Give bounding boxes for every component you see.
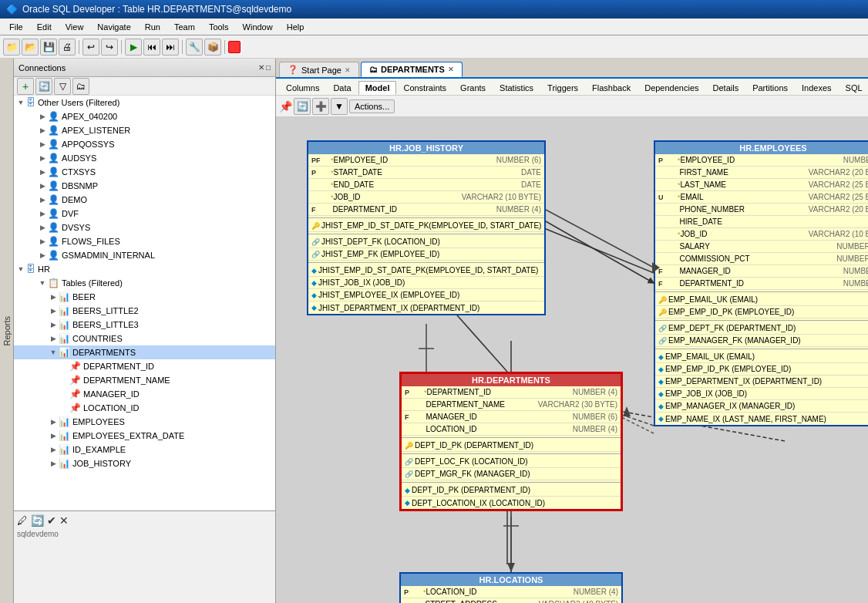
tree-item-hr[interactable]: ▼ 🗄 HR <box>14 262 275 276</box>
toolbar-open-btn[interactable]: 📂 <box>22 39 39 56</box>
tree-item-countries[interactable]: ▶ 📊 COUNTRIES <box>14 332 275 345</box>
er-col-name: EMP_DEPARTMENT_IX (DEPARTMENT_ID) <box>665 377 868 386</box>
er-col-type: NUMBER (6) <box>843 267 868 275</box>
sidebar-refresh-btn[interactable]: 🔄 <box>35 78 52 95</box>
toolbar-stop-btn[interactable] <box>228 41 241 53</box>
tab-start-page[interactable]: ❓ Start Page ✕ <box>279 62 359 77</box>
tree-label: CTXSYS <box>62 167 96 177</box>
menu-team[interactable]: Team <box>168 21 201 33</box>
menu-file[interactable]: File <box>3 21 29 33</box>
tree-item-manager-id[interactable]: 📌 MANAGER_ID <box>14 387 275 401</box>
bottom-add-btn[interactable]: 🖊 <box>17 514 28 527</box>
tab-departments-close[interactable]: ✕ <box>448 66 454 73</box>
tree-item-tables-filtered[interactable]: ▼ 📋 Tables (Filtered) <box>14 276 275 290</box>
tree-item-departments[interactable]: ▼ 📊 DEPARTMENTS <box>14 345 275 359</box>
sub-tab-model[interactable]: Model <box>358 81 397 95</box>
er-sep2 <box>402 453 621 454</box>
tree-label: Tables (Filtered) <box>62 278 123 288</box>
tree-item-id-example[interactable]: ▶ 📊 ID_EXAMPLE <box>14 443 275 456</box>
menu-edit[interactable]: Edit <box>31 21 58 33</box>
tree-item-employees[interactable]: ▶ 📊 EMPLOYEES <box>14 415 275 429</box>
er-table-locations[interactable]: HR.LOCATIONS P * LOCATION_ID NUMBER (4) … <box>399 572 623 603</box>
tree-item-dvsys[interactable]: ▶ 👤 DVSYS <box>14 221 275 234</box>
sidebar-schema-btn[interactable]: 🗂 <box>72 78 89 95</box>
model-canvas[interactable]: HR.JOB_HISTORY PF * EMPLOYEE_ID NUMBER (… <box>276 117 868 603</box>
model-dropdown-btn[interactable]: ▼ <box>331 98 348 115</box>
menu-view[interactable]: View <box>59 21 90 33</box>
toolbar-redo-btn[interactable]: ↪ <box>101 39 118 56</box>
bottom-cancel-btn[interactable]: ✕ <box>59 514 69 527</box>
er-table-employees[interactable]: HR.EMPLOYEES P * EMPLOYEE_ID NUMBER (6) … <box>654 140 868 426</box>
tree-item-dept-name[interactable]: 📌 DEPARTMENT_NAME <box>14 373 275 387</box>
tree-item-dvf[interactable]: ▶ 👤 DVF <box>14 207 275 221</box>
sub-tab-constraints[interactable]: Constraints <box>396 81 453 94</box>
bottom-check-btn[interactable]: ✔ <box>47 514 56 527</box>
tree-item-ctxsys[interactable]: ▶ 👤 CTXSYS <box>14 165 275 179</box>
model-actions-btn[interactable]: Actions... <box>349 99 395 113</box>
tree-item-demo[interactable]: ▶ 👤 DEMO <box>14 193 275 207</box>
tree-label: BEERS_LITTLE2 <box>72 306 139 315</box>
tree-item-job-history[interactable]: ▶ 📊 JOB_HISTORY <box>14 456 275 470</box>
menu-tools[interactable]: Tools <box>203 21 235 33</box>
tree-label: DEMO <box>62 195 87 204</box>
tree-item-gsmadmin[interactable]: ▶ 👤 GSMADMIN_INTERNAL <box>14 248 275 262</box>
tree-item-location-id[interactable]: 📌 LOCATION_ID <box>14 401 275 415</box>
tree-item-apex-listener[interactable]: ▶ 👤 APEX_LISTENER <box>14 123 275 137</box>
er-prefix: P <box>311 169 331 177</box>
tree-item-beer[interactable]: ▶ 📊 BEER <box>14 290 275 304</box>
toolbar-new-btn[interactable]: 📁 <box>3 39 20 56</box>
sub-tab-grants[interactable]: Grants <box>453 81 493 94</box>
menu-run[interactable]: Run <box>139 21 167 33</box>
tree-item-audsys[interactable]: ▶ 👤 AUDSYS <box>14 151 275 165</box>
toolbar-next-btn[interactable]: ⏭ <box>162 39 179 56</box>
bottom-refresh-btn[interactable]: 🔄 <box>31 514 44 527</box>
menu-help[interactable]: Help <box>281 21 311 33</box>
sub-tab-partitions[interactable]: Partitions <box>745 81 795 94</box>
menu-navigate[interactable]: Navigate <box>91 21 136 33</box>
tree-item-flows-files[interactable]: ▶ 👤 FLOWS_FILES <box>14 234 275 248</box>
sidebar-maximize-btn[interactable]: □ <box>266 63 271 72</box>
toolbar-settings-btn[interactable]: 🔧 <box>186 39 203 56</box>
er-table-employees-header: HR.EMPLOYEES <box>655 142 868 154</box>
toolbar-save-btn[interactable]: 💾 <box>40 39 57 56</box>
menu-window[interactable]: Window <box>237 21 279 33</box>
toolbar-run-btn[interactable]: ▶ <box>125 39 142 56</box>
sub-tab-dependencies[interactable]: Dependencies <box>638 81 705 94</box>
reports-tab[interactable]: Reports <box>0 59 14 603</box>
sidebar-filter-btn[interactable]: ▽ <box>54 78 71 95</box>
sub-tab-sql[interactable]: SQL <box>839 81 868 94</box>
model-refresh-btn[interactable]: 🔄 <box>294 98 311 115</box>
sub-tab-columns[interactable]: Columns <box>279 81 326 94</box>
toolbar-package-btn[interactable]: 📦 <box>204 39 221 56</box>
tree-item-appqossys[interactable]: ▶ 👤 APPQOSSYS <box>14 137 275 151</box>
tree-item-beers-little3[interactable]: ▶ 📊 BEERS_LITTLE3 <box>14 318 275 332</box>
tree-item-dbsnmp[interactable]: ▶ 👤 DBSNMP <box>14 179 275 193</box>
er-col-type: NUMBER (8,2) <box>836 242 868 251</box>
er-table-job-history[interactable]: HR.JOB_HISTORY PF * EMPLOYEE_ID NUMBER (… <box>307 140 546 315</box>
sub-tab-flashback[interactable]: Flashback <box>585 81 638 94</box>
sub-tab-data[interactable]: Data <box>326 81 358 94</box>
model-add-btn[interactable]: ➕ <box>312 98 329 115</box>
er-table-departments[interactable]: HR.DEPARTMENTS P * DEPARTMENT_ID NUMBER … <box>399 372 623 511</box>
tree-item-beers-little2[interactable]: ▶ 📊 BEERS_LITTLE2 <box>14 304 275 318</box>
tree-item-other-users[interactable]: ▼ 🗄 Other Users (Filtered) <box>14 96 275 109</box>
sidebar-add-btn[interactable]: + <box>17 78 34 95</box>
er-col-name: JOB_ID <box>334 193 459 201</box>
toolbar-print-btn[interactable]: 🖨 <box>59 39 76 56</box>
idx-icon: ◆ <box>311 304 317 312</box>
er-col-name: DEPARTMENT_ID <box>680 279 840 288</box>
tree-item-dept-id[interactable]: 📌 DEPARTMENT_ID <box>14 359 275 373</box>
tree-item-employees-extra[interactable]: ▶ 📊 EMPLOYEES_EXTRA_DATE <box>14 429 275 443</box>
sub-tab-indexes[interactable]: Indexes <box>795 81 839 94</box>
sub-tab-statistics[interactable]: Statistics <box>493 81 540 94</box>
sidebar-close-btn[interactable]: ✕ <box>258 63 264 72</box>
tab-start-page-close[interactable]: ✕ <box>345 66 351 74</box>
main-layout: Reports Connections ✕ □ + 🔄 ▽ 🗂 ▼ 🗄 Othe… <box>0 59 868 603</box>
tab-departments[interactable]: 🗂 DEPARTMENTS ✕ <box>361 62 463 77</box>
tree-item-apex040200[interactable]: ▶ 👤 APEX_040200 <box>14 109 275 123</box>
sub-tab-details[interactable]: Details <box>706 81 746 94</box>
toolbar-prev-btn[interactable]: ⏮ <box>143 39 160 56</box>
toolbar-undo-btn[interactable]: ↩ <box>82 39 99 56</box>
pin-btn[interactable]: 📌 <box>279 100 292 113</box>
sub-tab-triggers[interactable]: Triggers <box>540 81 585 94</box>
